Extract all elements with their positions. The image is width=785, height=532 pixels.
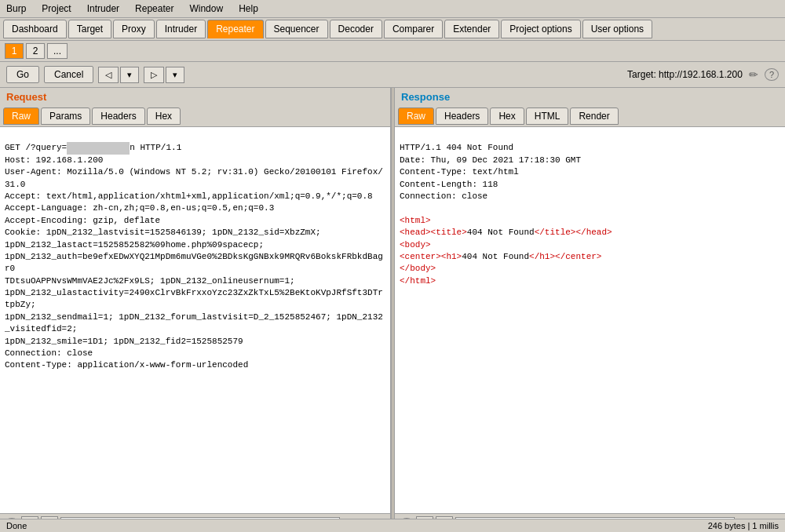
request-tab-raw[interactable]: Raw (3, 107, 39, 125)
response-center-close: </center> (555, 252, 601, 261)
nav-back-button[interactable]: ◁ (98, 67, 119, 83)
tab-project-options[interactable]: Project options (501, 20, 580, 38)
status-left: Done (6, 521, 27, 530)
menu-repeater[interactable]: Repeater (132, 2, 177, 16)
nav-forward-button[interactable]: ▷ (144, 67, 164, 83)
request-tabs: Raw Params Headers Hex (0, 106, 390, 127)
tab-target[interactable]: Target (68, 20, 111, 38)
response-title: Response (395, 88, 785, 106)
edit-target-icon[interactable]: ✏ (746, 67, 761, 82)
nav-back-dropdown[interactable]: ▾ (120, 67, 139, 83)
response-tab-raw[interactable]: Raw (398, 107, 434, 125)
response-h1-text: 404 Not Found (462, 252, 529, 261)
status-bar: Done 246 bytes | 1 millis (0, 519, 785, 532)
response-h1-open: <h1> (441, 252, 462, 261)
response-body-close: </body> (400, 264, 436, 273)
nav-group-right: ▷ ▾ (144, 67, 184, 83)
response-center-open: <center> (400, 252, 441, 261)
tab-decoder[interactable]: Decoder (330, 20, 382, 38)
status-right: 246 bytes | 1 millis (708, 521, 779, 530)
request-tab-headers[interactable]: Headers (92, 107, 144, 125)
nav-forward-dropdown[interactable]: ▾ (166, 67, 184, 83)
response-h1-close: </h1> (529, 252, 555, 261)
sub-tab-2[interactable]: 2 (26, 43, 45, 59)
tab-intruder[interactable]: Intruder (156, 20, 206, 38)
response-plain-text: HTTP/1.1 404 Not Found Date: Thu, 09 Dec… (400, 143, 581, 201)
response-html-close: </html> (400, 276, 436, 286)
response-panel: Response Raw Headers Hex HTML Render HTT… (395, 88, 785, 532)
target-info: Target: http://192.168.1.200 ✏ ? (627, 67, 779, 82)
tab-dashboard[interactable]: Dashboard (3, 20, 67, 38)
response-tab-html[interactable]: HTML (526, 107, 569, 125)
response-tabs: Raw Headers Hex HTML Render (395, 106, 785, 127)
go-button[interactable]: Go (6, 66, 39, 83)
response-tab-headers[interactable]: Headers (436, 107, 488, 125)
menu-burp[interactable]: Burp (3, 2, 29, 16)
tab-comparer[interactable]: Comparer (384, 20, 443, 38)
main-content: Request Raw Params Headers Hex GET /?que… (0, 88, 785, 532)
tab-extender[interactable]: Extender (444, 20, 499, 38)
request-text: GET /?query= n HTTP/1.1 Host: 192.168.1.… (5, 143, 383, 370)
sub-tab-more[interactable]: ... (47, 43, 68, 59)
sub-tab-bar: 1 2 ... (0, 41, 785, 62)
response-head-close: </head> (575, 228, 612, 237)
response-tab-render[interactable]: Render (570, 107, 618, 125)
response-title-close: </title> (535, 228, 576, 237)
menu-project[interactable]: Project (38, 2, 74, 16)
tab-sequencer[interactable]: Sequencer (265, 20, 328, 38)
menu-intruder[interactable]: Intruder (84, 2, 122, 16)
response-content[interactable]: HTTP/1.1 404 Not Found Date: Thu, 09 Dec… (395, 127, 785, 513)
response-title-text: 404 Not Found (467, 228, 535, 237)
response-html-open: <html> (400, 216, 431, 225)
response-head-open: <head> (400, 228, 431, 237)
toolbar: Go Cancel ◁ ▾ ▷ ▾ Target: http://192.168… (0, 62, 785, 88)
request-tab-hex[interactable]: Hex (147, 107, 181, 125)
main-tab-bar: Dashboard Target Proxy Intruder Repeater… (0, 18, 785, 41)
menu-bar: Burp Project Intruder Repeater Window He… (0, 0, 785, 18)
tab-proxy[interactable]: Proxy (113, 20, 155, 38)
menu-window[interactable]: Window (186, 2, 226, 16)
request-tab-params[interactable]: Params (41, 107, 90, 125)
help-target-icon[interactable]: ? (765, 68, 779, 81)
request-title: Request (0, 88, 390, 106)
tab-user-options[interactable]: User options (582, 20, 652, 38)
menu-help[interactable]: Help (236, 2, 261, 16)
response-body-open: <body> (400, 240, 431, 250)
response-title-open: <title> (431, 228, 467, 237)
tab-repeater[interactable]: Repeater (207, 20, 263, 38)
cancel-button[interactable]: Cancel (44, 66, 93, 83)
request-panel: Request Raw Params Headers Hex GET /?que… (0, 88, 391, 532)
nav-group-left: ◁ ▾ (98, 67, 139, 83)
sub-tab-1[interactable]: 1 (5, 43, 24, 59)
target-label: Target: http://192.168.1.200 (627, 69, 743, 80)
request-content[interactable]: GET /?query= n HTTP/1.1 Host: 192.168.1.… (0, 127, 390, 513)
response-tab-hex[interactable]: Hex (490, 107, 524, 125)
